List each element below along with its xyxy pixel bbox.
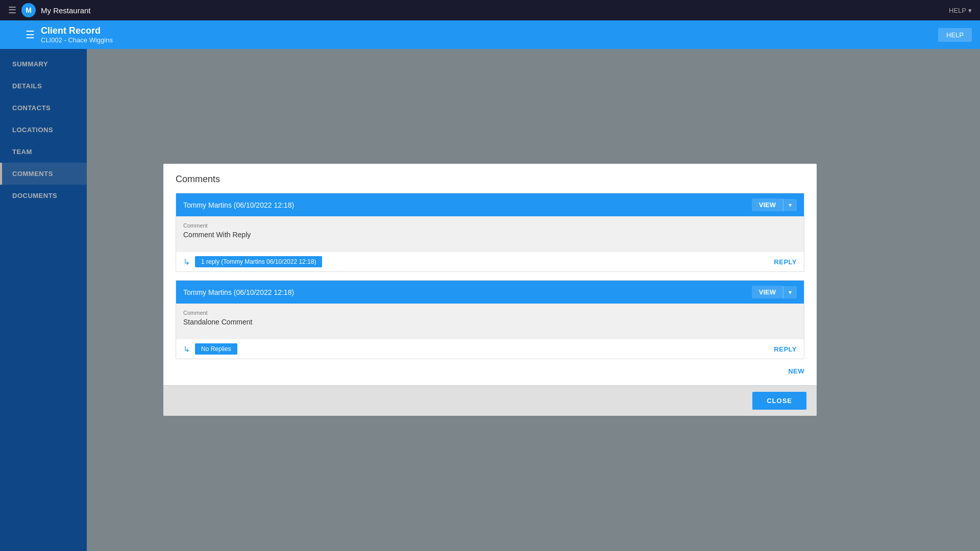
- comment-label-2: Comment: [183, 310, 797, 316]
- comment-text-1: Comment With Reply: [183, 231, 797, 239]
- client-record-subtitle: CLI002 - Chace Wiggins: [41, 36, 113, 44]
- app-bar: ☰ M My Restaurant HELP ▾: [0, 0, 980, 20]
- app-bar-left: ☰ M My Restaurant: [8, 3, 91, 17]
- comment-footer-1: ↳ 1 reply (Tommy Martins 06/10/2022 12:1…: [176, 252, 804, 271]
- reply-link-1[interactable]: REPLY: [774, 258, 797, 266]
- new-comment-link[interactable]: NEW: [176, 367, 804, 375]
- comment-body-2: Comment Standalone Comment: [176, 304, 804, 339]
- reply-link-2[interactable]: REPLY: [774, 345, 797, 353]
- comment-actions-1: VIEW ▾: [752, 198, 797, 211]
- reply-arrow-icon-2: ↳: [183, 344, 190, 354]
- app-logo: M: [21, 3, 36, 17]
- comment-author-2: Tommy Martins (06/10/2022 12:18): [183, 288, 294, 296]
- comment-body-1: Comment Comment With Reply: [176, 216, 804, 252]
- hamburger-icon[interactable]: ☰: [26, 29, 35, 41]
- modal-title: Comments: [176, 174, 804, 185]
- comment-header-2: Tommy Martins (06/10/2022 12:18) VIEW ▾: [176, 281, 804, 304]
- no-replies-badge-2[interactable]: No Replies: [195, 343, 237, 355]
- reply-badge-1[interactable]: 1 reply (Tommy Martins 06/10/2022 12:18): [195, 256, 322, 267]
- comment-view-button-1[interactable]: VIEW: [752, 198, 783, 211]
- client-help-button[interactable]: HELP: [938, 28, 972, 42]
- client-info: Client Record CLI002 - Chace Wiggins: [41, 26, 113, 44]
- comment-label-1: Comment: [183, 222, 797, 229]
- comment-card-1: Tommy Martins (06/10/2022 12:18) VIEW ▾ …: [176, 193, 804, 272]
- modal-body: Comments Tommy Martins (06/10/2022 12:18…: [163, 164, 817, 385]
- comment-view-button-2[interactable]: VIEW: [752, 286, 783, 298]
- reply-section-1: ↳ 1 reply (Tommy Martins 06/10/2022 12:1…: [183, 256, 322, 267]
- reply-arrow-icon-1: ↳: [183, 257, 190, 267]
- modal-footer: CLOSE: [163, 385, 817, 416]
- close-button[interactable]: CLOSE: [752, 392, 806, 410]
- comments-modal: Comments Tommy Martins (06/10/2022 12:18…: [163, 164, 817, 416]
- menu-icon[interactable]: ☰: [8, 5, 16, 16]
- comment-actions-2: VIEW ▾: [752, 286, 797, 298]
- comment-header-1: Tommy Martins (06/10/2022 12:18) VIEW ▾: [176, 193, 804, 216]
- client-record-title: Client Record: [41, 26, 113, 36]
- comment-card-2: Tommy Martins (06/10/2022 12:18) VIEW ▾ …: [176, 280, 804, 359]
- client-header: ☰ Client Record CLI002 - Chace Wiggins H…: [0, 20, 980, 49]
- comment-footer-2: ↳ No Replies REPLY: [176, 339, 804, 359]
- comment-text-2: Standalone Comment: [183, 318, 797, 326]
- main-layout: SUMMARY DETAILS CONTACTS LOCATIONS TEAM …: [0, 49, 980, 551]
- comment-dropdown-button-1[interactable]: ▾: [783, 199, 797, 211]
- app-help-button[interactable]: HELP ▾: [949, 7, 972, 14]
- app-title: My Restaurant: [41, 6, 91, 15]
- reply-section-2: ↳ No Replies: [183, 343, 237, 355]
- comment-dropdown-button-2[interactable]: ▾: [783, 286, 797, 298]
- modal-overlay: Comments Tommy Martins (06/10/2022 12:18…: [0, 49, 980, 551]
- comment-author-1: Tommy Martins (06/10/2022 12:18): [183, 201, 294, 209]
